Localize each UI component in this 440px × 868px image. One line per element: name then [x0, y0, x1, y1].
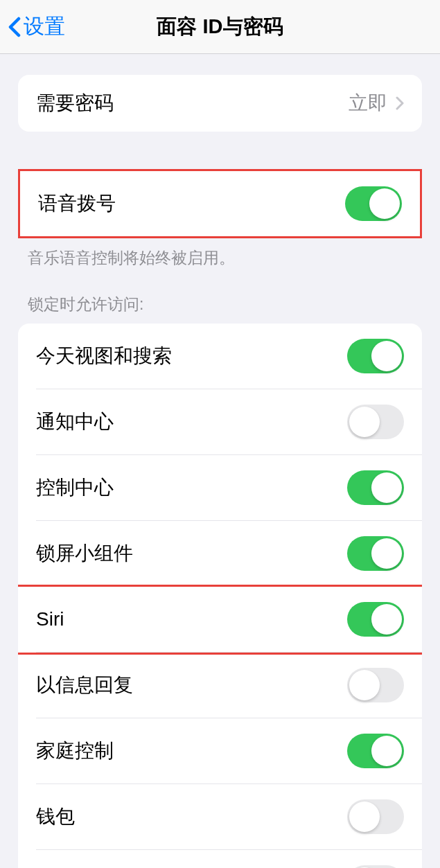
voice-dial-toggle[interactable] [345, 186, 402, 221]
wallet-row[interactable]: 钱包 [18, 784, 422, 849]
siri-toggle[interactable] [347, 602, 404, 637]
lock-access-header: 锁定时允许访问: [0, 294, 440, 324]
return-missed-calls-toggle[interactable] [347, 865, 404, 868]
lock-screen-widgets-label: 锁屏小组件 [36, 540, 133, 567]
reply-with-message-row[interactable]: 以信息回复 [18, 653, 422, 718]
siri-label: Siri [36, 608, 64, 630]
lock-screen-widgets-row[interactable]: 锁屏小组件 [18, 521, 422, 586]
today-view-row[interactable]: 今天视图和搜索 [18, 324, 422, 389]
chevron-left-icon [8, 17, 21, 37]
return-missed-calls-row[interactable]: 回拨未接来电 [18, 850, 422, 868]
content-area: 需要密码 立即 语音拨号 音乐语音控制将始终被启用。 锁定时允许访问: 今天视图… [0, 54, 440, 868]
control-center-toggle[interactable] [347, 470, 404, 505]
wallet-toggle[interactable] [347, 799, 404, 834]
home-control-row[interactable]: 家庭控制 [18, 718, 422, 783]
require-passcode-row[interactable]: 需要密码 立即 [18, 75, 422, 132]
reply-with-message-toggle[interactable] [347, 668, 404, 702]
page-title: 面容 ID与密码 [157, 13, 283, 41]
passcode-section: 需要密码 立即 [18, 75, 422, 132]
navigation-bar: 设置 面容 ID与密码 [0, 0, 440, 54]
voice-dial-label: 语音拨号 [38, 191, 116, 217]
reply-with-message-label: 以信息回复 [36, 672, 133, 698]
voice-dial-row[interactable]: 语音拨号 [20, 171, 420, 236]
today-view-label: 今天视图和搜索 [36, 343, 172, 369]
back-button[interactable]: 设置 [8, 12, 65, 41]
control-center-row[interactable]: 控制中心 [18, 455, 422, 520]
wallet-label: 钱包 [36, 804, 75, 830]
voice-dial-footer: 音乐语音控制将始终被启用。 [0, 238, 440, 269]
toggle-knob [369, 188, 400, 219]
home-control-label: 家庭控制 [36, 738, 114, 764]
cell-right: 立即 [349, 90, 404, 116]
require-passcode-value: 立即 [349, 90, 387, 116]
chevron-right-icon [396, 96, 404, 110]
voice-dial-section: 语音拨号 [18, 169, 422, 238]
today-view-toggle[interactable] [347, 339, 404, 373]
lock-access-list: 今天视图和搜索 通知中心 控制中心 锁屏小组件 [18, 324, 422, 868]
require-passcode-label: 需要密码 [36, 90, 114, 116]
back-label: 设置 [24, 12, 65, 41]
notification-center-row[interactable]: 通知中心 [18, 389, 422, 454]
notification-center-label: 通知中心 [36, 409, 114, 435]
lock-screen-widgets-toggle[interactable] [347, 536, 404, 571]
siri-row[interactable]: Siri [18, 587, 422, 652]
home-control-toggle[interactable] [347, 734, 404, 768]
control-center-label: 控制中心 [36, 475, 114, 501]
notification-center-toggle[interactable] [347, 405, 404, 439]
